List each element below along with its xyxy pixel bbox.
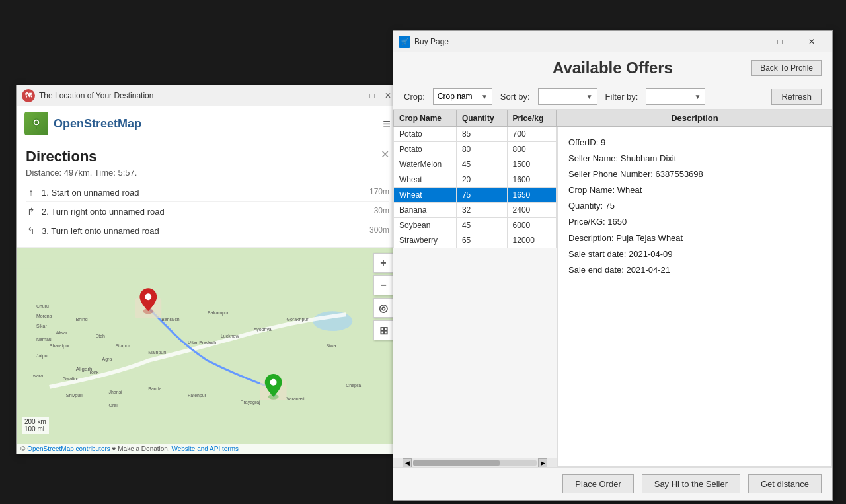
map-image[interactable]: Aligarh Agra Mainpuri Uttar Pradesh Luck… [17, 248, 399, 454]
description-header: Description [557, 110, 832, 127]
cell-crop: Soybean [394, 218, 457, 233]
description-line: Quantity: 75 [568, 199, 821, 213]
map-close-button[interactable]: ✕ [383, 90, 393, 101]
buy-maximize-button[interactable]: □ [765, 31, 795, 52]
osm-title: OpenStreetMap [54, 117, 141, 131]
svg-text:Siwa...: Siwa... [326, 343, 340, 348]
map-window-icon: 🗺 [22, 89, 35, 102]
description-line: Sale start date: 2021-04-09 [568, 247, 821, 262]
step-item-2: ↱ 2. Turn right onto unnamed road 30m [26, 202, 389, 221]
map-layers-button[interactable]: ⊞ [373, 320, 393, 340]
svg-text:Jhansi: Jhansi [109, 390, 123, 394]
cell-quantity: 32 [456, 203, 507, 218]
cell-quantity: 45 [456, 218, 507, 233]
svg-text:Balrampur: Balrampur [208, 310, 229, 316]
table-row[interactable]: Potato 80 800 [394, 142, 557, 157]
buy-close-button[interactable]: ✕ [796, 31, 827, 52]
cell-quantity: 75 [456, 188, 507, 203]
osm-logo: OpenStreetMap [24, 112, 141, 135]
cell-quantity: 20 [456, 172, 507, 188]
cell-price: 1650 [507, 188, 556, 203]
table-row[interactable]: Banana 32 2400 [394, 203, 557, 218]
refresh-button[interactable]: Refresh [771, 89, 822, 105]
step-item-3: ↰ 3. Turn left onto unnamed road 300m [26, 221, 389, 240]
table-row[interactable]: Strawberry 65 12000 [394, 233, 557, 248]
filter-dropdown[interactable]: ▼ [646, 88, 705, 105]
cell-quantity: 80 [456, 142, 507, 157]
svg-text:Narnaul: Narnaul [36, 337, 53, 342]
svg-text:Alwar: Alwar [56, 330, 68, 335]
svg-point-41 [270, 379, 277, 386]
place-order-button[interactable]: Place Order [562, 474, 633, 493]
buy-title-left: 🛒 Buy Page [399, 36, 449, 48]
svg-text:Orai: Orai [109, 403, 118, 408]
col-crop-name: Crop Name [394, 110, 457, 127]
step-icon-2: ↱ [26, 206, 36, 217]
svg-text:Fatehpur: Fatehpur [188, 393, 207, 398]
buy-window: 🛒 Buy Page — □ ✕ Available Offers Back T… [393, 30, 833, 501]
table-row[interactable]: Wheat 75 1650 [394, 188, 557, 203]
map-minimize-button[interactable]: — [351, 90, 362, 101]
table-row[interactable]: Wheat 20 1600 [394, 172, 557, 188]
map-controls: + − ◎ ⊞ [373, 253, 393, 340]
osm-header: OpenStreetMap ≡ [17, 106, 399, 141]
map-zoom-in-button[interactable]: + [373, 253, 393, 273]
sort-dropdown[interactable]: ▼ [538, 88, 597, 105]
buy-footer: Place Order Say Hi to the Seller Get dis… [393, 467, 832, 500]
table-row[interactable]: WaterMelon 45 1500 [394, 157, 557, 172]
cell-price: 6000 [507, 218, 556, 233]
svg-text:Bharatpur: Bharatpur [50, 343, 70, 349]
buy-minimize-button[interactable]: — [733, 31, 763, 52]
table-row[interactable]: Potato 85 700 [394, 127, 557, 142]
svg-point-4 [313, 311, 352, 331]
map-maximize-button[interactable]: □ [367, 90, 377, 101]
scroll-left-button[interactable]: ◀ [403, 458, 412, 468]
map-titlebar: 🗺 The Location of Your Destination — □ ✕ [17, 85, 399, 106]
buy-main: Crop Name Quantity Price/kg Potato 85 70… [393, 110, 832, 467]
cell-crop: Wheat [394, 188, 457, 203]
hamburger-menu[interactable]: ≡ [383, 116, 391, 131]
table-scroll-wrapper[interactable]: Crop Name Quantity Price/kg Potato 85 70… [393, 110, 557, 458]
crop-dropdown-arrow: ▼ [481, 93, 488, 100]
buy-toolbar: Crop: Crop nam ▼ Sort by: ▼ Filter by: ▼… [393, 84, 832, 110]
description-line: Description: Puja Tejas Wheat [568, 231, 821, 246]
svg-text:Bahraich: Bahraich [161, 317, 180, 322]
cell-price: 1500 [507, 157, 556, 172]
map-zoom-out-button[interactable]: − [373, 275, 393, 295]
cell-quantity: 65 [456, 233, 507, 248]
cell-crop: Banana [394, 203, 457, 218]
scroll-right-button[interactable]: ▶ [538, 458, 547, 468]
osm-logo-icon [24, 112, 48, 135]
col-quantity: Quantity [456, 110, 507, 127]
buy-header: Available Offers Back To Profile [393, 52, 832, 84]
cell-crop: WaterMelon [394, 157, 457, 172]
filter-label: Filter by: [605, 92, 638, 102]
osm-link[interactable]: OpenStreetMap contributors [27, 445, 110, 452]
crop-label: Crop: [404, 92, 425, 102]
table-row[interactable]: Soybean 45 6000 [394, 218, 557, 233]
table-header-row: Crop Name Quantity Price/kg [394, 110, 557, 127]
directions-close-button[interactable]: ✕ [381, 148, 389, 161]
scroll-track [413, 460, 537, 466]
svg-text:Gwalior: Gwalior [63, 377, 79, 381]
svg-rect-3 [17, 268, 399, 433]
step-item-1: ↑ 1. Start on unnamed road 170m [26, 183, 389, 202]
get-distance-button[interactable]: Get distance [748, 474, 822, 493]
map-locate-button[interactable]: ◎ [373, 298, 393, 318]
website-link[interactable]: Website and API terms [171, 445, 239, 452]
svg-text:Gorakhpur: Gorakhpur [287, 317, 309, 322]
crop-dropdown[interactable]: Crop nam ▼ [433, 88, 492, 105]
map-attribution: © OpenStreetMap contributors ♥ Make a Do… [17, 444, 399, 454]
directions-title: Directions [26, 148, 389, 165]
horizontal-scrollbar[interactable]: ◀ ▶ [393, 458, 557, 467]
svg-text:Varanasi: Varanasi [287, 396, 305, 401]
sort-dropdown-arrow: ▼ [586, 93, 593, 100]
say-hi-to-seller-button[interactable]: Say Hi to the Seller [642, 474, 740, 493]
cell-price: 1600 [507, 172, 556, 188]
step-dist-2: 30m [374, 206, 389, 215]
back-to-profile-button[interactable]: Back To Profile [751, 60, 822, 76]
svg-text:Tonk: Tonk [89, 370, 99, 375]
sort-label: Sort by: [500, 92, 530, 102]
step-text-3: 3. Turn left onto unnamed road [42, 226, 159, 236]
svg-text:Sikar: Sikar [36, 324, 48, 328]
